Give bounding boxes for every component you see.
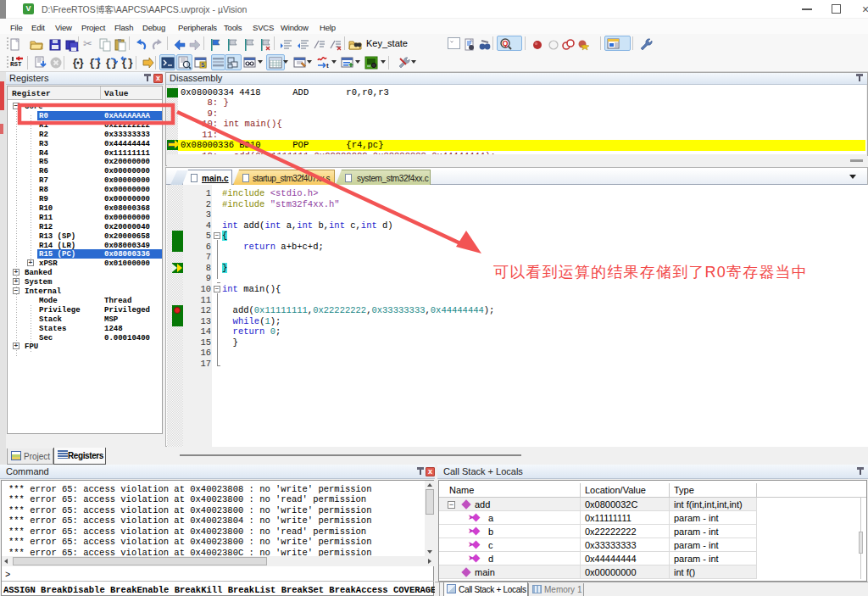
svg-text:S: S: [201, 62, 205, 68]
svg-text:Q: Q: [502, 39, 508, 47]
svg-text:t: t: [326, 62, 329, 70]
